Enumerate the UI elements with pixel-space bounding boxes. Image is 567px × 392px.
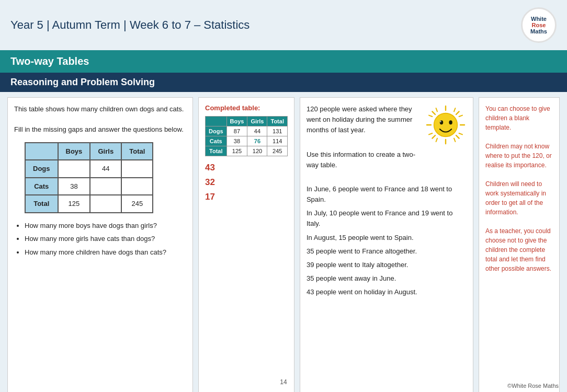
footer-copyright: ©White Rose Maths bbox=[507, 383, 559, 389]
table-row: Dogs 87 44 131 bbox=[206, 126, 288, 136]
table-row: Total 125 245 bbox=[25, 195, 153, 213]
comp-total-boys: 125 bbox=[226, 146, 247, 156]
exercise-table-wrapper: Boys Girls Total Dogs 44 Cats 38 bbox=[25, 142, 186, 213]
svg-line-13 bbox=[459, 133, 462, 134]
comp-col-girls: Girls bbox=[247, 117, 267, 126]
main-content: This table shows how many children own d… bbox=[0, 92, 567, 392]
completed-table: Boys Girls Total Dogs 87 44 131 Cats 38 … bbox=[205, 116, 288, 156]
bullet-3: How many more children have dogs than ca… bbox=[25, 247, 186, 258]
panel-exercise-intro: This table shows how many children own d… bbox=[14, 104, 186, 135]
header: Year 5 | Autumn Term | Week 6 to 7 – Sta… bbox=[0, 0, 567, 50]
comp-col-total: Total bbox=[267, 117, 287, 126]
logo: White Rose Maths bbox=[521, 7, 557, 43]
problem-para-2: Use this information to create a two-way… bbox=[307, 149, 467, 170]
answer-3: 17 bbox=[205, 192, 288, 202]
footer: 14 ©White Rose Maths bbox=[0, 383, 567, 389]
logo-maths: Maths bbox=[530, 28, 547, 34]
total-boys: 125 bbox=[58, 195, 90, 213]
comp-total-label: Total bbox=[206, 146, 227, 156]
svg-line-12 bbox=[459, 116, 462, 117]
comp-col-boys: Boys bbox=[226, 117, 247, 126]
problem-para-8: 35 people went away in June. bbox=[307, 273, 467, 284]
intro-text-1: This table shows how many children own d… bbox=[14, 104, 186, 114]
svg-line-14 bbox=[436, 139, 437, 142]
svg-line-7 bbox=[432, 135, 435, 139]
cats-total bbox=[121, 178, 153, 195]
total-total: 245 bbox=[121, 195, 153, 213]
table-row: Cats 38 bbox=[25, 178, 153, 195]
comp-dogs-total: 131 bbox=[267, 126, 287, 136]
page-number: 14 bbox=[280, 378, 287, 386]
comp-dogs-label: Dogs bbox=[206, 126, 227, 136]
bullet-2: How many more girls have cats than dogs? bbox=[25, 234, 186, 244]
panel-completed: Completed table: Boys Girls Total Dogs 8… bbox=[198, 97, 294, 392]
comp-dogs-boys: 87 bbox=[226, 126, 247, 136]
svg-line-11 bbox=[429, 133, 432, 134]
col-total: Total bbox=[121, 143, 153, 160]
panel-exercise: This table shows how many children own d… bbox=[7, 97, 193, 392]
svg-line-8 bbox=[436, 108, 437, 111]
logo-white: White bbox=[531, 16, 547, 22]
table-row: Dogs 44 bbox=[25, 160, 153, 178]
svg-line-6 bbox=[456, 111, 459, 114]
col-boys: Boys bbox=[58, 143, 90, 160]
comp-dogs-girls: 44 bbox=[247, 126, 267, 136]
comp-cats-boys: 38 bbox=[226, 136, 247, 146]
dogs-total bbox=[121, 160, 153, 178]
teacher-note-2: Children may not know where to put the 1… bbox=[485, 142, 553, 170]
sun-icon bbox=[425, 104, 467, 146]
teacher-note-4: As a teacher, you could choose not to gi… bbox=[485, 226, 553, 273]
dogs-girls: 44 bbox=[90, 160, 121, 178]
logo-rose: Rose bbox=[532, 22, 546, 28]
teacher-note-1: You can choose to give children a blank … bbox=[485, 104, 553, 132]
comp-cats-label: Cats bbox=[206, 136, 227, 146]
svg-line-10 bbox=[429, 116, 432, 117]
comp-cats-girls: 76 bbox=[247, 136, 267, 146]
svg-line-4 bbox=[432, 111, 435, 114]
cats-girls bbox=[90, 178, 121, 195]
svg-line-15 bbox=[454, 139, 455, 142]
col-empty bbox=[25, 143, 58, 160]
svg-line-5 bbox=[456, 135, 459, 139]
row-cats-label: Cats bbox=[25, 178, 58, 195]
row-dogs-label: Dogs bbox=[25, 160, 58, 178]
comp-total-girls: 120 bbox=[247, 146, 267, 156]
svg-point-16 bbox=[434, 113, 458, 137]
header-title: Year 5 | Autumn Term | Week 6 to 7 – Sta… bbox=[10, 18, 250, 32]
sun-image bbox=[425, 104, 467, 149]
teacher-note-3: Children will need to work systematicall… bbox=[485, 179, 553, 217]
svg-point-19 bbox=[440, 121, 441, 122]
problem-para-9: 43 people went on holiday in August. bbox=[307, 287, 467, 297]
row-total-label: Total bbox=[25, 195, 58, 213]
bullet-questions: How many more boys have dogs than girls?… bbox=[14, 221, 186, 258]
panel-teacher-notes: You can choose to give children a blank … bbox=[479, 97, 560, 392]
section-reasoning: Reasoning and Problem Solving bbox=[0, 73, 567, 92]
comp-total-total: 245 bbox=[267, 146, 287, 156]
completed-label: Completed table: bbox=[205, 104, 288, 112]
total-girls bbox=[90, 195, 121, 213]
problem-para-4: In July, 10 people went to France and 19… bbox=[307, 208, 467, 229]
table-row: Cats 38 76 114 bbox=[206, 136, 288, 146]
problem-para-3: In June, 6 people went to France and 18 … bbox=[307, 184, 467, 205]
exercise-table: Boys Girls Total Dogs 44 Cats 38 bbox=[25, 142, 153, 213]
section-reasoning-label: Reasoning and Problem Solving bbox=[10, 77, 155, 87]
section-two-way-label: Two-way Tables bbox=[10, 55, 89, 67]
problem-para-7: 39 people went to Italy altogether. bbox=[307, 260, 467, 270]
dogs-boys bbox=[58, 160, 90, 178]
header-title-text: Year 5 | Autumn Term | Week 6 to 7 – Sta… bbox=[10, 18, 250, 31]
panel-problem: 120 people were asked where they went on… bbox=[300, 97, 473, 392]
answer-1: 43 bbox=[205, 163, 288, 173]
table-row: Total 125 120 245 bbox=[206, 146, 288, 156]
problem-para-5: In August, 15 people went to Spain. bbox=[307, 233, 467, 243]
bullet-1: How many more boys have dogs than girls? bbox=[25, 221, 186, 231]
svg-point-18 bbox=[449, 120, 452, 124]
intro-text-2: Fill in the missing gaps and answer the … bbox=[14, 124, 186, 135]
comp-cats-total: 114 bbox=[267, 136, 287, 146]
col-girls: Girls bbox=[90, 143, 121, 160]
problem-para-6: 35 people went to France altogether. bbox=[307, 246, 467, 257]
svg-line-9 bbox=[454, 108, 455, 111]
comp-col-empty bbox=[206, 117, 227, 126]
section-two-way-tables: Two-way Tables bbox=[0, 50, 567, 73]
cats-boys: 38 bbox=[58, 178, 90, 195]
answer-2: 32 bbox=[205, 177, 288, 188]
